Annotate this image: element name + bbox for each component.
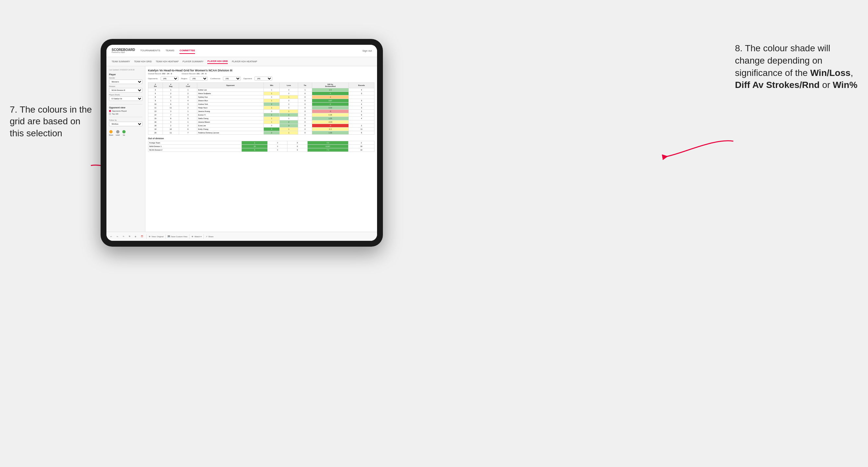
cell-opponent: Jessica Mason bbox=[197, 120, 264, 124]
cell-opponent: Stella Cheng bbox=[197, 117, 264, 120]
division-select[interactable]: NCAA Division III NCAA Division I NCAA D… bbox=[109, 88, 143, 93]
cell-win: 1 bbox=[264, 117, 280, 120]
radio-opponents-played[interactable]: Opponents Played bbox=[109, 110, 143, 112]
cell-reg: 3 bbox=[162, 120, 179, 124]
cell-opponent: Sydney Kuo bbox=[197, 95, 264, 99]
nav-committee[interactable]: COMMITTEE bbox=[180, 48, 195, 54]
nav-teams[interactable]: TEAMS bbox=[165, 48, 175, 54]
out-cell-win: 1 bbox=[242, 141, 268, 145]
cell-diff: 4 bbox=[312, 102, 348, 106]
cell-conf: 4 bbox=[179, 99, 197, 102]
cell-rounds: 3 bbox=[348, 106, 374, 110]
out-cell-loss: 0 bbox=[268, 141, 287, 145]
view-original-label[interactable]: 👁 View: Original bbox=[149, 236, 163, 238]
out-table-row: NAIA Division 1 15 0 0 9.267 30 bbox=[148, 145, 374, 148]
save-custom-label[interactable]: 💾 Save Custom View bbox=[168, 235, 188, 238]
th-div: #Div bbox=[148, 83, 163, 88]
subnav-player-summary[interactable]: PLAYER SUMMARY bbox=[183, 59, 204, 64]
filter-conference-select[interactable]: (All) bbox=[223, 76, 241, 81]
filter-region-select[interactable]: (All) bbox=[190, 76, 208, 81]
cell-tie: 0 bbox=[298, 99, 312, 102]
cell-loss: 2 bbox=[280, 113, 298, 117]
radio-top100[interactable]: Top 100 bbox=[109, 113, 143, 115]
cell-diff: 0.38 bbox=[312, 113, 348, 117]
table-row: 6 3 3 Sydney Kuo 0 1 0 -1 bbox=[148, 95, 374, 99]
redo-btn[interactable]: ↪ bbox=[115, 235, 119, 238]
gender-label: Gender bbox=[109, 77, 143, 79]
legend-level: Level bbox=[116, 130, 120, 136]
subnav-player-h2h-grid[interactable]: PLAYER H2H GRID bbox=[207, 59, 228, 64]
cell-conf: 1 bbox=[179, 120, 197, 124]
cell-opponent: Alexis Sudjianto bbox=[197, 92, 264, 95]
cell-diff: 1.33 bbox=[312, 131, 348, 135]
out-cell-diff: 9.267 bbox=[307, 145, 348, 148]
cell-diff: 3.67 bbox=[312, 99, 348, 102]
cell-div: 15 bbox=[148, 117, 163, 120]
cell-diff: 3.33 bbox=[312, 106, 348, 110]
table-row: 11 11 2 Heejo Hyun 1 0 0 3.33 3 bbox=[148, 106, 374, 110]
cell-reg: 11 bbox=[162, 131, 179, 135]
cell-rounds: 2 bbox=[348, 110, 374, 113]
cell-div: 14 bbox=[148, 113, 163, 117]
nav-tournaments[interactable]: TOURNAMENTS bbox=[140, 48, 160, 54]
cell-conf: 5 bbox=[179, 117, 197, 120]
copy-btn[interactable]: ⧉ bbox=[127, 235, 131, 238]
cell-opponent: Andrea York bbox=[197, 102, 264, 106]
table-row: 19 10 6 Emily Chang 4 1 0 0.3 11 bbox=[148, 128, 374, 131]
th-conf: #Conf bbox=[179, 83, 197, 88]
cell-rounds: 4 bbox=[348, 102, 374, 106]
player-rank-select[interactable]: 8. Katelyn Vo bbox=[109, 96, 143, 101]
cell-loss: 1 bbox=[280, 131, 298, 135]
cell-win: 2 bbox=[264, 102, 280, 106]
cell-opponent: Heejo Hyun bbox=[197, 106, 264, 110]
toolbar-divider-1 bbox=[146, 234, 147, 239]
undo-btn[interactable]: ↩ bbox=[109, 235, 113, 238]
colour-by-select[interactable]: Win/loss Diff Av Strokes/Rnd Win% bbox=[109, 122, 143, 126]
watch-label[interactable]: 👁 Watch ▾ bbox=[191, 235, 201, 238]
cell-tie: 0 bbox=[298, 124, 312, 128]
logo-sub-text: Powered by clippd bbox=[112, 52, 135, 54]
legend-down: Down bbox=[109, 130, 113, 136]
cell-tie: 0 bbox=[298, 110, 312, 113]
share-label[interactable]: ↗ Share bbox=[206, 235, 214, 238]
filter-all-select[interactable]: (All) bbox=[161, 76, 179, 81]
cell-rounds: 6 bbox=[348, 131, 374, 135]
gender-select[interactable]: Women's Men's bbox=[109, 80, 143, 84]
division-label: Division bbox=[109, 85, 143, 87]
cell-opponent: Emily Chang bbox=[197, 128, 264, 131]
out-cell-win: 5 bbox=[242, 148, 268, 152]
table-row: 18 2 2 Euna Lee 0 3 0 -5 2 bbox=[148, 124, 374, 128]
cell-reg: 10 bbox=[162, 128, 179, 131]
cell-div: 19 bbox=[148, 128, 163, 131]
cell-reg: 1 bbox=[162, 99, 179, 102]
filter-opponent-select[interactable]: (All) bbox=[254, 76, 272, 81]
cell-conf: 2 bbox=[179, 106, 197, 110]
cell-loss: 0 bbox=[280, 92, 298, 95]
table-row: 16 3 1 Jessica Mason 1 2 0 -0.94 bbox=[148, 120, 374, 124]
cell-tie: 0 bbox=[298, 131, 312, 135]
player-section-title: Player bbox=[109, 73, 143, 75]
cell-reg: 11 bbox=[162, 106, 179, 110]
out-cell-diff: 4.5 bbox=[307, 141, 348, 145]
filter-conference-label: Conference bbox=[210, 77, 220, 80]
paste-btn[interactable]: ⊕ bbox=[133, 235, 137, 238]
out-of-division-table: Foreign Team 1 0 0 4.5 2 NAIA Division 1… bbox=[148, 141, 374, 152]
cell-rounds: 3 bbox=[348, 99, 374, 102]
cell-win: 1 bbox=[264, 120, 280, 124]
subnav-team-h2h-heatmap[interactable]: TEAM H2H HEATMAP bbox=[156, 59, 179, 64]
subnav-team-h2h-grid[interactable]: TEAM H2H GRID bbox=[134, 59, 152, 64]
clock-btn[interactable]: ⏰ bbox=[140, 235, 145, 238]
cell-rounds: 4 bbox=[348, 117, 374, 120]
nav-signin[interactable]: Sign out bbox=[363, 49, 372, 52]
subnav-player-h2h-heatmap[interactable]: PLAYER H2H HEATMAP bbox=[232, 59, 257, 64]
cell-rounds: 2 bbox=[348, 124, 374, 128]
out-cell-rounds: 2 bbox=[348, 141, 374, 145]
cell-opponent: Euna Lee bbox=[197, 124, 264, 128]
forward-btn[interactable]: ↷ bbox=[121, 235, 126, 238]
table-row: 14 7 4 Eunice Yi 2 2 0 0.38 9 bbox=[148, 113, 374, 117]
cell-div: 5 bbox=[148, 92, 163, 95]
cell-win: 0 bbox=[264, 110, 280, 113]
cell-loss: 1 bbox=[280, 95, 298, 99]
subnav-team-summary[interactable]: TEAM SUMMARY bbox=[112, 59, 130, 64]
cell-win: 1 bbox=[264, 92, 280, 95]
